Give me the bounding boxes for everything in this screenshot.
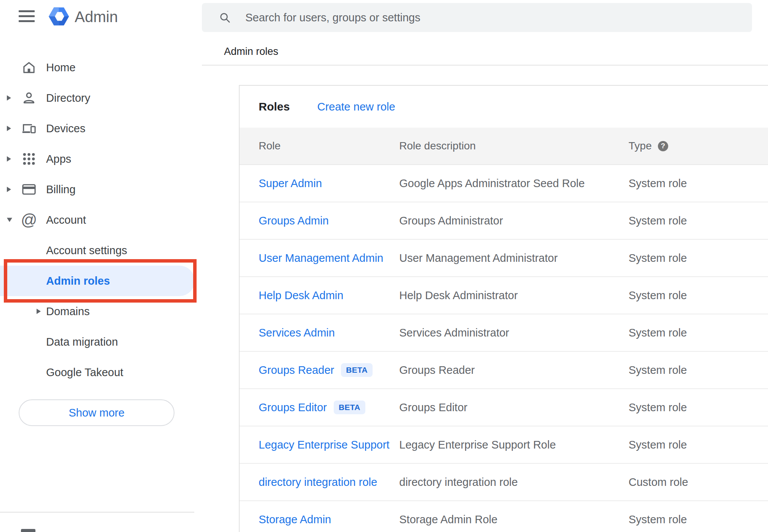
table-row: directory integration role directory int… [240, 464, 768, 501]
sidebar-item-label: Data migration [46, 336, 118, 348]
column-header-role: Role [259, 140, 399, 152]
role-description: Groups Administrator [399, 215, 629, 227]
role-description: directory integration role [399, 476, 629, 489]
sidebar-item-label: Google Takeout [46, 366, 123, 379]
column-header-role-description: Role description [399, 140, 629, 152]
show-more-button[interactable]: Show more [19, 399, 174, 426]
menu-icon[interactable] [19, 10, 35, 22]
table-row: Services Admin Services Administrator Sy… [240, 314, 768, 352]
sidebar-item-label: Directory [46, 92, 90, 104]
person-icon [21, 90, 37, 106]
sidebar-item-directory[interactable]: Directory [0, 83, 202, 113]
sidebar-item-home[interactable]: Home [0, 52, 202, 83]
sidebar-item-devices[interactable]: Devices [0, 113, 202, 144]
table-row: User Management Admin User Management Ad… [240, 240, 768, 277]
sidebar-item-label: Domains [46, 305, 90, 318]
sidebar-item-account-settings[interactable]: Account settings [0, 235, 202, 266]
role-type: System role [629, 177, 768, 190]
role-type: System role [629, 289, 768, 302]
role-type: Custom role [629, 476, 768, 489]
role-link[interactable]: Super Admin [259, 177, 322, 190]
role-link[interactable]: Storage Admin [259, 513, 331, 526]
chevron-expand-icon [37, 309, 41, 314]
breadcrumb: Admin roles [224, 46, 278, 58]
role-type: System role [629, 439, 768, 451]
sidebar-bottom-divider [0, 512, 194, 513]
sidebar-item-label: Apps [46, 153, 71, 165]
sidebar-item-admin-roles[interactable]: Admin roles [0, 266, 202, 296]
create-new-role-link[interactable]: Create new role [317, 101, 395, 113]
role-link[interactable]: Legacy Enterprise Support [259, 439, 389, 451]
sidebar-item-label: Account [46, 214, 86, 226]
sidebar-item-label: Account settings [46, 244, 127, 257]
role-description: Groups Reader [399, 364, 629, 377]
sidebar-item-account[interactable]: @ Account [0, 205, 202, 235]
partial-bottom-icon [21, 529, 35, 532]
sidebar-item-billing[interactable]: Billing [0, 174, 202, 205]
sidebar-item-data-migration[interactable]: Data migration [0, 327, 202, 357]
role-link[interactable]: Groups Editor [259, 401, 327, 414]
role-description: Google Apps Administrator Seed Role [399, 177, 629, 190]
chevron-expand-icon [7, 95, 11, 101]
devices-icon [21, 120, 37, 137]
role-description: User Management Administrator [399, 252, 629, 264]
sidebar-nav: Home Directory Devices Apps Billing @ [0, 52, 202, 388]
beta-badge: BETA [341, 363, 373, 377]
table-header-row: Role Role description Type ? [240, 128, 768, 165]
role-link[interactable]: Help Desk Admin [259, 289, 343, 302]
card-icon [21, 181, 37, 198]
role-link[interactable]: directory integration role [259, 476, 377, 489]
header-divider [202, 65, 768, 66]
role-type: System role [629, 513, 768, 526]
role-type: System role [629, 364, 768, 377]
apps-icon [21, 151, 37, 167]
table-row: Help Desk Admin Help Desk Administrator … [240, 277, 768, 314]
table-row: Storage Admin Storage Admin Role System … [240, 501, 768, 532]
sidebar-item-domains[interactable]: Domains [0, 296, 202, 327]
table-row: Super Admin Google Apps Administrator Se… [240, 165, 768, 202]
help-icon[interactable]: ? [658, 141, 668, 151]
role-type: System role [629, 252, 768, 264]
table-row: Groups Admin Groups Administrator System… [240, 202, 768, 240]
role-type: System role [629, 401, 768, 414]
role-link[interactable]: User Management Admin [259, 252, 383, 264]
column-header-type: Type [629, 140, 652, 152]
table-row: Legacy Enterprise Support Legacy Enterpr… [240, 426, 768, 464]
role-description: Services Administrator [399, 327, 629, 339]
beta-badge: BETA [334, 401, 365, 414]
role-description: Groups Editor [399, 401, 629, 414]
admin-logo-icon [49, 5, 69, 27]
table-row: Groups Editor BETA Groups Editor System … [240, 389, 768, 426]
sidebar-item-apps[interactable]: Apps [0, 144, 202, 174]
role-description: Storage Admin Role [399, 513, 629, 526]
role-type: System role [629, 215, 768, 227]
roles-table-body: Super Admin Google Apps Administrator Se… [240, 165, 768, 532]
search-icon [219, 11, 231, 24]
chevron-expand-icon [7, 218, 12, 222]
home-icon [21, 59, 37, 76]
app-title: Admin [75, 8, 118, 25]
sidebar-item-label: Billing [46, 183, 75, 196]
sidebar-item-label: Home [46, 61, 75, 74]
sidebar-item-label: Devices [46, 122, 85, 135]
role-link[interactable]: Groups Reader [259, 364, 334, 377]
role-description: Legacy Enterprise Support Role [399, 439, 629, 451]
sidebar-item-label: Admin roles [46, 275, 110, 287]
search-bar[interactable] [202, 3, 752, 32]
role-description: Help Desk Administrator [399, 289, 629, 302]
card-title: Roles [259, 100, 290, 113]
roles-card-header: Roles Create new role [240, 86, 768, 128]
chevron-expand-icon [7, 126, 11, 131]
roles-card: Roles Create new role Role Role descript… [239, 85, 768, 532]
table-row: Groups Reader BETA Groups Reader System … [240, 352, 768, 389]
at-icon: @ [21, 212, 37, 228]
chevron-expand-icon [7, 187, 11, 192]
role-link[interactable]: Groups Admin [259, 215, 329, 227]
search-input[interactable] [245, 11, 735, 24]
role-link[interactable]: Services Admin [259, 327, 335, 339]
chevron-expand-icon [7, 156, 11, 162]
role-type: System role [629, 327, 768, 339]
sidebar-item-google-takeout[interactable]: Google Takeout [0, 357, 202, 388]
